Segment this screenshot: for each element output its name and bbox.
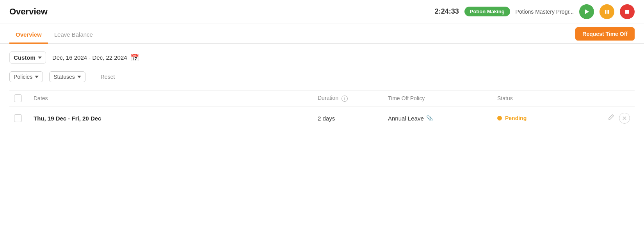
row-policy: Annual Leave 📎 [388, 115, 497, 122]
row-dates: Thu, 19 Dec - Fri, 20 Dec [34, 115, 318, 122]
statuses-chevron-icon [77, 76, 81, 78]
project-name: Potions Mastery Progr... [516, 9, 574, 15]
policies-dropdown[interactable]: Policies [9, 71, 43, 82]
edit-button[interactable] [607, 114, 614, 122]
table-header: Dates Duration i Time Off Policy Status [9, 90, 635, 106]
pause-icon-button[interactable] [600, 4, 614, 19]
play-icon-button[interactable] [579, 4, 594, 19]
app-container: Overview 2:24:33 Potion Making Potions M… [0, 0, 644, 225]
policies-chevron-icon [35, 76, 39, 78]
svg-rect-2 [608, 10, 609, 14]
tab-overview[interactable]: Overview [9, 27, 48, 44]
table-row: Thu, 19 Dec - Fri, 20 Dec 2 days Annual … [9, 106, 635, 130]
close-icon [621, 115, 628, 121]
row-checkbox[interactable] [14, 114, 22, 122]
custom-dropdown[interactable]: Custom [9, 51, 46, 64]
filter-row: Custom Dec, 16 2024 - Dec, 22 2024 📅 [9, 51, 635, 64]
svg-rect-1 [605, 10, 607, 14]
header-dates: Dates [34, 95, 318, 101]
statuses-dropdown[interactable]: Statuses [49, 71, 85, 82]
active-task-badge: Potion Making [464, 7, 510, 16]
row-duration: 2 days [318, 115, 388, 122]
paperclip-icon: 📎 [426, 115, 433, 121]
header-checkbox-col [14, 94, 34, 102]
table-container: Dates Duration i Time Off Policy Status … [9, 90, 635, 130]
vertical-divider [92, 73, 92, 81]
edit-icon [607, 114, 614, 121]
page-title: Overview [9, 7, 48, 17]
status-badge: Pending [505, 115, 527, 121]
custom-label: Custom [14, 54, 36, 61]
date-range-display: Dec, 16 2024 - Dec, 22 2024 📅 [52, 53, 139, 62]
top-header: Overview 2:24:33 Potion Making Potions M… [0, 0, 644, 23]
header-right: 2:24:33 Potion Making Potions Mastery Pr… [435, 4, 635, 19]
svg-rect-3 [625, 10, 629, 14]
request-time-off-button[interactable]: Request Time Off [575, 27, 635, 41]
statuses-label: Statuses [53, 74, 75, 80]
sub-filter-row: Policies Statuses Reset [9, 71, 635, 82]
select-all-checkbox[interactable] [14, 94, 22, 102]
stop-icon-button[interactable] [620, 4, 635, 19]
tab-bar: Overview Leave Balance Request Time Off [0, 23, 644, 44]
pause-icon [604, 9, 610, 14]
svg-marker-0 [585, 9, 589, 14]
duration-info-icon[interactable]: i [342, 96, 348, 102]
stop-icon [624, 9, 630, 14]
reset-button[interactable]: Reset [98, 72, 117, 82]
tabs-container: Overview Leave Balance [9, 23, 99, 43]
header-status: Status [497, 95, 583, 101]
timer-display: 2:24:33 [435, 7, 459, 16]
calendar-icon[interactable]: 📅 [130, 53, 139, 62]
cancel-button[interactable] [619, 113, 630, 124]
row-actions [583, 113, 630, 124]
date-range-text: Dec, 16 2024 - Dec, 22 2024 [52, 54, 127, 61]
status-dot [497, 116, 502, 120]
header-duration: Duration i [318, 95, 388, 101]
row-status: Pending [497, 115, 583, 121]
chevron-down-icon [38, 57, 42, 59]
content-area: Custom Dec, 16 2024 - Dec, 22 2024 📅 Pol… [0, 44, 644, 225]
policies-label: Policies [14, 74, 32, 80]
row-checkbox-col [14, 114, 34, 122]
header-policy: Time Off Policy [388, 95, 497, 101]
play-icon [584, 9, 589, 14]
tab-leave-balance[interactable]: Leave Balance [48, 27, 99, 44]
